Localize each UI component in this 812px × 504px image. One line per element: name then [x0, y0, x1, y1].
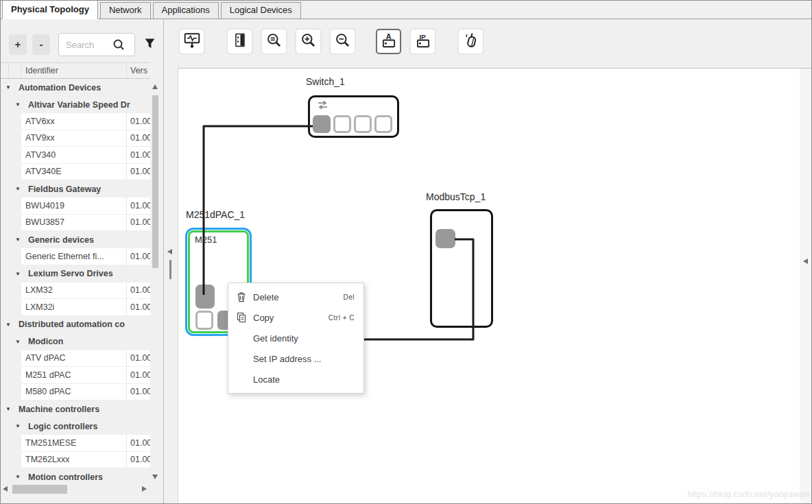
- caret-down-icon[interactable]: ▼: [13, 101, 23, 108]
- switch-port-2[interactable]: [333, 115, 351, 133]
- switch-port-3[interactable]: [354, 115, 372, 133]
- caret-down-icon[interactable]: ▼: [3, 84, 13, 91]
- tree-item[interactable]: ATV34001.00: [21, 147, 150, 164]
- switch-port-4[interactable]: [374, 115, 392, 133]
- caret-down-icon[interactable]: ▼: [3, 322, 13, 328]
- menu-item-get-identity[interactable]: Get identity: [228, 328, 363, 348]
- caret-down-icon[interactable]: ▼: [13, 339, 23, 345]
- tree-item-version: 01.00: [126, 299, 150, 315]
- menu-item-locate[interactable]: Locate: [228, 369, 363, 389]
- tree-group[interactable]: ▼Distributed automation co: [1, 316, 150, 333]
- search-box: [58, 33, 135, 56]
- splitter-handle[interactable]: [169, 260, 171, 279]
- tree-group[interactable]: ▼Logic controllers: [1, 418, 150, 435]
- collapse-right-panel-icon[interactable]: [803, 259, 808, 264]
- tree-group[interactable]: ▼Fieldbus Gateway: [1, 180, 150, 197]
- modbus-port-1[interactable]: [435, 229, 455, 248]
- tree-column-header: Identifier Vers: [1, 62, 150, 79]
- tree-group-label: Generic devices: [28, 235, 94, 245]
- context-menu: Delete Del Copy Ctrl + C Get identity: [228, 283, 364, 394]
- horizontal-scrollbar-thumb[interactable]: [12, 485, 67, 494]
- caret-down-icon[interactable]: ▼: [3, 406, 13, 412]
- expand-all-button[interactable]: +: [9, 34, 27, 55]
- zoom-reset-button[interactable]: [261, 29, 287, 54]
- identify-device-icon: [462, 32, 480, 51]
- vertical-scrollbar-thumb[interactable]: [152, 95, 158, 268]
- tree-item[interactable]: ATV340E01.00: [21, 164, 150, 181]
- modbus-device[interactable]: [430, 209, 493, 328]
- menu-item-label: Copy: [253, 313, 329, 323]
- tree-item[interactable]: LXM3201.00: [21, 283, 150, 300]
- menu-item-set-ip-address[interactable]: Set IP address ...: [228, 348, 363, 369]
- menu-item-delete[interactable]: Delete Del: [228, 287, 363, 307]
- m251-port-2[interactable]: [195, 311, 213, 330]
- tab-applications[interactable]: Applications: [153, 2, 219, 19]
- caret-down-icon[interactable]: ▼: [13, 474, 23, 480]
- show-name-label-button[interactable]: A: [376, 29, 401, 54]
- tree-item-version: 01.00: [126, 367, 150, 383]
- zoom-in-button[interactable]: [296, 29, 321, 54]
- caret-down-icon[interactable]: ▼: [13, 423, 23, 429]
- horizontal-scrollbar[interactable]: [2, 483, 147, 495]
- tab-physical-topology[interactable]: Physical Topology: [2, 0, 98, 19]
- menu-shortcut: Del: [343, 293, 355, 301]
- tree-group[interactable]: ▼Generic devices: [1, 231, 150, 248]
- tree-item[interactable]: ATV6xx01.00: [21, 113, 150, 130]
- tree-item[interactable]: Generic Ethernet fi...01.00: [21, 248, 150, 265]
- caret-down-icon[interactable]: ▼: [13, 186, 23, 192]
- tree-item-identifier: ATV6xx: [21, 113, 126, 130]
- switch-device[interactable]: [308, 95, 399, 138]
- tree-group[interactable]: ▼Altivar Variable Speed Dr: [1, 96, 150, 113]
- tree-item[interactable]: BWU385701.00: [21, 215, 150, 232]
- vertical-scrollbar[interactable]: [151, 83, 160, 481]
- tree-item[interactable]: M251 dPAC01.00: [21, 367, 150, 384]
- tree-group[interactable]: ▼Lexium Servo Drives: [1, 265, 150, 283]
- report-button[interactable]: [227, 29, 252, 54]
- zoom-reset-icon: [265, 32, 283, 51]
- tree-item-version: 01.00: [126, 350, 150, 367]
- tree-item-version: 01.00: [126, 283, 150, 299]
- tree-item-version: 01.00: [126, 248, 150, 265]
- tree-group[interactable]: ▼Machine controllers: [1, 400, 150, 418]
- tree-item[interactable]: BWU401901.00: [21, 197, 150, 215]
- m251-inner-label: M251: [195, 235, 217, 245]
- tree-item[interactable]: ATV dPAC01.00: [21, 350, 150, 368]
- filter-button[interactable]: [141, 34, 158, 56]
- search-input[interactable]: [59, 40, 112, 50]
- switch-port-1[interactable]: [313, 115, 331, 133]
- identify-device-button[interactable]: [458, 29, 483, 54]
- show-ip-label-button[interactable]: IP: [410, 29, 435, 54]
- column-version[interactable]: Vers: [126, 63, 150, 78]
- tree-item[interactable]: TM262Lxxx01.00: [21, 452, 150, 469]
- tree-group-label: Automation Devices: [19, 83, 101, 93]
- network-scan-button[interactable]: [179, 29, 204, 54]
- scroll-left-icon[interactable]: [3, 486, 8, 492]
- tree-group[interactable]: ▼Automation Devices: [1, 79, 150, 96]
- scroll-up-icon[interactable]: [152, 84, 158, 89]
- tree-group[interactable]: ▼Modicon: [1, 333, 150, 350]
- tab-network[interactable]: Network: [100, 2, 151, 19]
- caret-down-icon[interactable]: ▼: [13, 237, 23, 243]
- zoom-out-button[interactable]: [330, 29, 355, 54]
- column-identifier[interactable]: Identifier: [21, 66, 126, 75]
- scroll-down-icon[interactable]: [152, 475, 158, 479]
- m251-port-1[interactable]: [195, 285, 215, 309]
- tree-item[interactable]: LXM32i01.00: [21, 299, 150, 316]
- topology-canvas[interactable]: Switch_1 M251dPAC_1 M25: [178, 68, 811, 503]
- sidebar-splitter[interactable]: [164, 20, 178, 503]
- trash-icon: [237, 291, 253, 302]
- tree-group-label: Logic controllers: [28, 422, 97, 431]
- menu-item-copy[interactable]: Copy Ctrl + C: [228, 307, 363, 328]
- scroll-right-icon[interactable]: [142, 486, 147, 492]
- collapse-sidebar-icon[interactable]: [167, 249, 172, 254]
- modbus-device-label: ModbusTcp_1: [426, 191, 486, 202]
- svg-text:IP: IP: [419, 33, 426, 40]
- collapse-all-button[interactable]: -: [32, 34, 50, 55]
- caret-down-icon[interactable]: ▼: [13, 271, 23, 277]
- tree-group[interactable]: ▼Motion controllers: [1, 468, 150, 481]
- right-panel-splitter[interactable]: [800, 69, 811, 503]
- tree-item[interactable]: ATV9xx01.00: [21, 130, 150, 147]
- tree-item[interactable]: M580 dPAC01.00: [21, 384, 150, 401]
- tree-item[interactable]: TM251MESE01.00: [21, 435, 150, 452]
- tab-logical-devices[interactable]: Logical Devices: [221, 2, 301, 19]
